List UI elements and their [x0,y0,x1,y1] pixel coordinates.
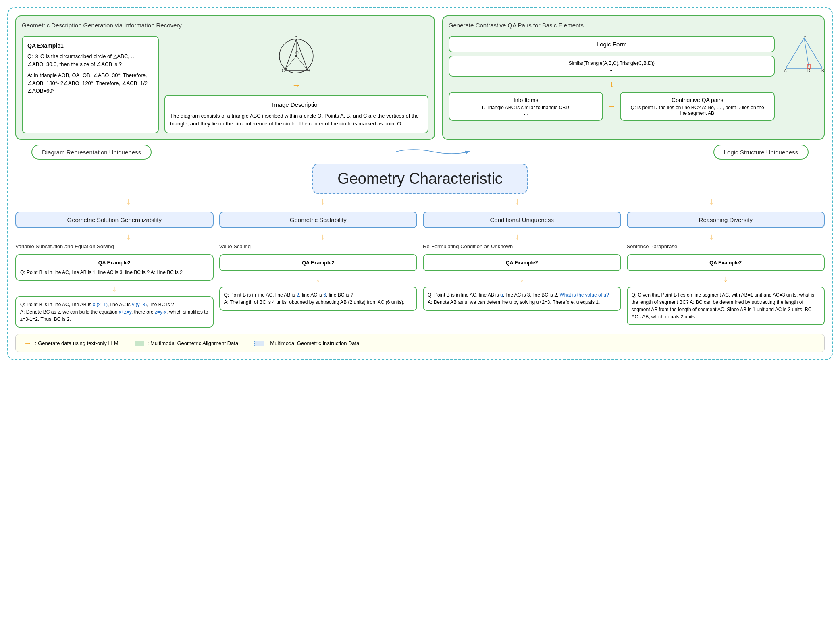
logic-form-title: Logic Form [455,41,768,48]
char2-detail-box: Q: Point B is in line AC, line AB is 2, … [219,287,418,311]
svg-text:A: A [784,69,787,73]
char-row: Geometric Solution Generalizability Geom… [15,212,825,228]
char3-detail-mid: , line AC is 3, line BC is 2. [503,292,560,298]
char1-example-text: Q: Point B is in line AC, line AB is 1, … [20,269,209,276]
img-desc-box: Image Description The diagram consists o… [164,95,428,133]
img-desc-section: O A C B → Image Description The diagram … [164,36,428,133]
logic-form-content: Similar(Triangle(A,B,C),Triangle(C,B,D))… [449,56,775,77]
arrow-char1c: ↓ [15,284,214,293]
outer-container: Geometric Description Generation via Inf… [7,7,833,360]
char3-label: Conditional Uniqueness [423,212,621,228]
char2-detail-mid: , line AC is [299,292,323,298]
char1-detail-box: Q: Point B is in line AC, line AB is x (… [15,296,214,328]
char4-detail-text: Q: Given that Point B lies on line segme… [632,291,820,320]
char-arrows-row: ↓ ↓ ↓ ↓ [15,197,825,206]
arrow-char1: ↓ [127,197,131,206]
arrow-char3b: ↓ [515,232,520,241]
bottom-col-2: Value Scaling QA Example2 ↓ Q: Point B i… [219,243,418,328]
contrastive-qa-title: Contrastive QA pairs [626,97,768,103]
arrow-char3: ↓ [515,197,520,206]
diagram-repr-label: Diagram Representation Uniqueness [31,145,152,160]
top-left-inner: QA Example1 Q: ⊙ O is the circumscribed … [22,36,428,133]
two-col-boxes: Info Items 1. Triangle ABC is similar to… [449,92,775,121]
logic-flow: Logic Form Similar(Triangle(A,B,C),Trian… [449,36,775,121]
middle-section: Diagram Representation Uniqueness Logic … [15,145,825,160]
geom-char-box: Geometry Characteristic [312,164,528,194]
legend-arrow-label: : Generate data using text-only LLM [35,340,119,346]
qa1-answer: A: In triangle AOB, OA=OB, ∠ABO=30°; The… [27,71,153,95]
char-arrows-row2: ↓ ↓ ↓ ↓ [15,232,825,241]
svg-text:A: A [295,36,297,39]
char4-example-title: QA Example2 [632,259,820,267]
char1-detail-mid: , line AC is [108,302,132,307]
triangle-diagram: C A D B [782,36,818,121]
svg-text:D: D [807,69,810,73]
top-section: Geometric Description Generation via Inf… [15,15,825,140]
circle-diagram: O A C B [276,36,316,76]
svg-line-1 [285,39,296,70]
bottom-col-1: Variable Substitution and Equation Solvi… [15,243,214,328]
char-item-1: Geometric Solution Generalizability [15,212,214,228]
char1-detail-post2: , therefore [131,309,155,315]
svg-text:B: B [308,69,310,73]
geom-char-section: Geometry Characteristic [15,164,825,194]
char2-example-title: QA Example2 [224,259,413,267]
legend: → : Generate data using text-only LLM : … [15,334,825,352]
top-right-inner: Logic Form Similar(Triangle(A,B,C),Trian… [449,36,818,121]
qa-example1-box: QA Example1 Q: ⊙ O is the circumscribed … [22,36,159,133]
legend-green-icon [135,341,144,346]
legend-blue-label: : Multimodal Geometric Instruction Data [267,340,359,346]
char4-example-box: QA Example2 [627,254,825,272]
char3-detail-pre: Q: Point B is in line AC, line AB is [428,292,500,298]
char1-highlight4: z=y-x [155,309,166,315]
char2-label: Geometric Scalability [219,212,418,228]
logic-form-box: Logic Form [449,36,775,52]
top-right-title: Generate Contrastive QA Pairs for Basic … [449,22,818,29]
char1-highlight2: y (y=3) [132,302,147,307]
top-left-title: Geometric Description Generation via Inf… [22,22,428,29]
img-desc-text: The diagram consists of a triangle ABC i… [170,112,423,128]
char4-subtitle: Sentence Paraphrase [627,243,825,249]
char-item-4: Reasoning Diversity [627,212,825,228]
char1-highlight3: x+z=y [119,309,131,315]
char2-highlight2: 6 [323,292,326,298]
char3-detail-box: Q: Point B is in line AC, line AB is u, … [423,287,621,311]
arrow-down-1: ↓ [609,80,614,89]
char1-example-box: QA Example2 Q: Point B is in line AC, li… [15,254,214,281]
bottom-col-4: Sentence Paraphrase QA Example2 ↓ Q: Giv… [627,243,825,328]
arrow-char2: ↓ [321,197,325,206]
logic-form-text: Similar(Triangle(A,B,C),Triangle(C,B,D))… [455,60,768,72]
bottom-section: Variable Substitution and Equation Solvi… [15,243,825,328]
top-right-panel: Generate Contrastive QA Pairs for Basic … [442,15,825,140]
arrow-char4b: ↓ [709,232,714,241]
arrow-char3c: ↓ [423,274,621,283]
legend-blue-item: : Multimodal Geometric Instruction Data [254,340,359,346]
svg-line-13 [786,38,804,68]
qa1-title: QA Example1 [27,42,153,50]
legend-arrow-item: → : Generate data using text-only LLM [24,339,119,348]
arrow-char4c: ↓ [627,274,825,283]
char1-subtitle: Variable Substitution and Equation Solvi… [15,243,214,249]
char1-detail-pre: Q: Point B is in line AC, line AB is [20,302,93,307]
info-items-content: 1. Triangle ABC is similar to triangle C… [455,105,597,116]
char3-subtitle: Re-Formulating Condition as Unknown [423,243,621,249]
bottom-col-3: Re-Formulating Condition as Unknown QA E… [423,243,621,328]
svg-line-5 [285,56,296,70]
char2-subtitle: Value Scaling [219,243,418,249]
svg-text:C: C [282,69,285,73]
char2-example-box: QA Example2 [219,254,418,272]
logic-struct-label: Logic Structure Uniqueness [713,145,809,160]
arrow-char2c: ↓ [219,274,418,283]
svg-text:O: O [295,51,299,55]
contrastive-qa-box: Contrastive QA pairs Q: Is point D the l… [620,92,775,121]
img-desc-title: Image Description [170,100,423,110]
curved-arrows [392,145,473,159]
char3-detail-post: A: Denote AB as u, we can determine u by… [428,299,600,305]
info-items-title: Info Items [455,97,597,103]
char3-example-box: QA Example2 [423,254,621,272]
top-left-panel: Geometric Description Generation via Inf… [15,15,435,140]
char4-detail-box: Q: Given that Point B lies on line segme… [627,287,825,325]
char2-detail-pre: Q: Point B is in line AC, line AB is [224,292,297,298]
legend-blue-icon [254,341,264,346]
char1-label: Geometric Solution Generalizability [15,212,214,228]
